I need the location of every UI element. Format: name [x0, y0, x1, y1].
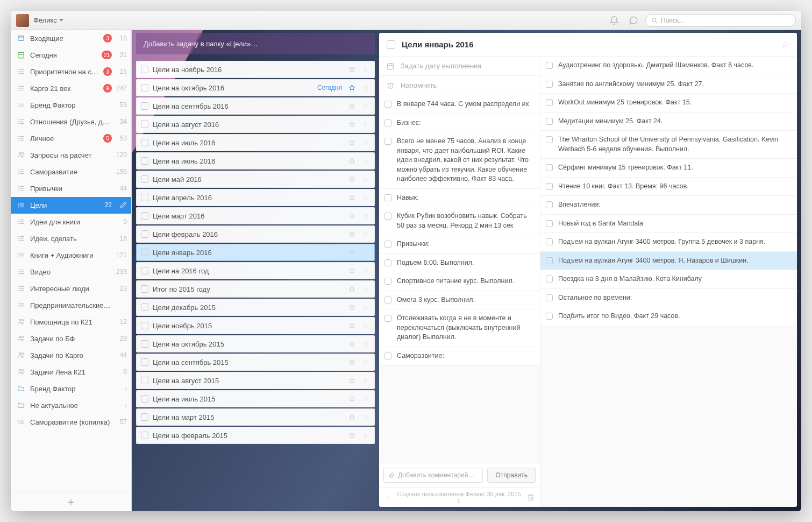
star-icon[interactable]: ☆: [361, 157, 370, 165]
task-checkbox[interactable]: [141, 358, 148, 366]
task-row[interactable]: Цели на октябрь 2015☆: [136, 335, 375, 352]
edit-icon[interactable]: [119, 201, 127, 209]
task-checkbox[interactable]: [141, 413, 148, 421]
expand-icon[interactable]: [384, 494, 391, 500]
star-icon[interactable]: ☆: [361, 304, 370, 312]
subtask-checkbox[interactable]: [546, 62, 553, 69]
subtask-row[interactable]: Подъем на вулкан Агунг 3400 метров. Груп…: [540, 233, 797, 252]
task-row[interactable]: Цели на март 2015☆: [136, 408, 375, 426]
star-icon[interactable]: ☆: [361, 139, 370, 147]
sidebar-item[interactable]: Не актуальное‹: [11, 397, 131, 414]
sidebar-item[interactable]: Задачи по Карго44: [11, 347, 131, 364]
chat-icon[interactable]: [628, 15, 639, 26]
task-checkbox[interactable]: [141, 322, 148, 329]
subtask-row[interactable]: В январе 744 часа. С умом распредели их: [379, 95, 540, 114]
pin-icon[interactable]: [348, 304, 357, 311]
task-checkbox[interactable]: [141, 194, 148, 201]
task-checkbox[interactable]: [141, 212, 148, 220]
pin-icon[interactable]: [348, 359, 357, 366]
pin-icon[interactable]: [348, 377, 357, 384]
task-row[interactable]: Цели март 2016☆: [136, 207, 375, 224]
star-icon[interactable]: ☆: [361, 432, 370, 440]
star-icon[interactable]: ☆: [781, 39, 789, 51]
task-row[interactable]: Цели на февраль 2015☆: [136, 427, 375, 444]
subtask-checkbox[interactable]: [546, 183, 553, 190]
sidebar-item[interactable]: Видео233: [11, 264, 131, 280]
subtask-row[interactable]: Занятие по английскому минимум 25. Факт …: [540, 75, 797, 94]
task-row[interactable]: Цели на сентябрь 2015☆: [136, 354, 375, 371]
subtask-row[interactable]: Отслеживать когда я не в моменте и перек…: [379, 309, 540, 347]
subtask-row[interactable]: Поездка на 3 дня в Малайзию, Кота Киниба…: [540, 270, 797, 289]
bell-icon[interactable]: [609, 15, 619, 26]
subtask-row[interactable]: Кубик Рубик возобновить навык. Собрать 5…: [379, 207, 540, 235]
sidebar-item[interactable]: Карго 21 век9247: [11, 80, 131, 97]
star-icon[interactable]: ☆: [361, 322, 370, 330]
task-checkbox[interactable]: [141, 304, 148, 311]
star-icon[interactable]: ☆: [361, 66, 370, 74]
sidebar-item[interactable]: Бренд Фактор53: [11, 97, 131, 114]
task-row[interactable]: Цели на сентябрь 2016☆: [136, 97, 375, 115]
task-row[interactable]: Цели февраль 2016☆: [136, 225, 375, 243]
star-icon[interactable]: ☆: [361, 267, 370, 275]
subtask-row[interactable]: Сёрфинг минимум 15 тренировок. Факт 11.: [540, 159, 797, 178]
sidebar-item[interactable]: Идеи для книги9: [11, 214, 131, 230]
pin-icon[interactable]: [348, 158, 357, 165]
task-checkbox[interactable]: [141, 157, 148, 165]
subtask-row[interactable]: WorkOut минимум 25 тренировок. Факт 15.: [540, 94, 797, 112]
task-row[interactable]: Цели декабрь 2015☆: [136, 299, 375, 316]
reminder-row[interactable]: Напомнить: [379, 76, 540, 95]
subtask-row[interactable]: Чтение 10 книг. Факт 13. Время: 96 часов…: [540, 178, 797, 196]
task-checkbox[interactable]: [141, 267, 148, 274]
task-checkbox[interactable]: [141, 395, 148, 403]
task-checkbox[interactable]: [141, 121, 148, 128]
add-task-input[interactable]: Добавить задачу в папку «Цели»…: [136, 33, 375, 54]
pin-icon[interactable]: [348, 194, 357, 201]
subtask-row[interactable]: Медитации минимум 25. Факт 24.: [540, 112, 797, 131]
sidebar-item[interactable]: Запросы на расчет120: [11, 147, 131, 164]
pin-icon[interactable]: [348, 432, 357, 439]
subtask-row[interactable]: Подбить итог по Видео. Факт 29 часов.: [540, 307, 797, 326]
due-date-row[interactable]: Задать дату выполнения: [379, 57, 540, 76]
subtask-checkbox[interactable]: [546, 313, 553, 320]
sidebar-item[interactable]: Личное553: [11, 130, 131, 147]
subtask-checkbox[interactable]: [384, 101, 391, 108]
trash-icon[interactable]: [527, 493, 535, 501]
subtask-row[interactable]: Подъем на вулкан Агунг 3400 метров. Я, Н…: [540, 252, 797, 271]
star-icon[interactable]: ☆: [361, 102, 370, 110]
subtask-checkbox[interactable]: [546, 99, 553, 106]
pin-icon[interactable]: [348, 176, 357, 183]
task-checkbox[interactable]: [141, 175, 148, 183]
sidebar-item[interactable]: Интересные люди23: [11, 280, 131, 297]
sidebar-item[interactable]: Входящие318: [11, 30, 131, 47]
star-icon[interactable]: ☆: [361, 340, 370, 348]
subtask-checkbox[interactable]: [546, 164, 553, 171]
task-row[interactable]: Цели ноябрь 2015☆: [136, 317, 375, 334]
pin-icon[interactable]: [348, 103, 357, 110]
subtask-row[interactable]: Новый год в Santa Mandala: [540, 215, 797, 234]
star-icon[interactable]: ☆: [361, 230, 370, 238]
star-icon[interactable]: ☆: [361, 413, 370, 421]
subtask-row[interactable]: Остальное по времени:: [540, 289, 797, 308]
sidebar-item[interactable]: Идеи, сделать16: [11, 230, 131, 247]
sidebar-item[interactable]: Задачи Лена К219: [11, 364, 131, 380]
task-checkbox[interactable]: [141, 139, 148, 146]
subtask-row[interactable]: Всего не менее 75 часов. Анализ в конце …: [379, 132, 540, 189]
task-row[interactable]: Цели май 2016☆: [136, 171, 375, 188]
send-button[interactable]: Отправить: [487, 468, 536, 483]
sidebar-item[interactable]: Бренд Фактор‹: [11, 380, 131, 397]
task-row[interactable]: Итог по 2015 году☆: [136, 280, 375, 298]
sidebar-item[interactable]: Книги + Аудиокниги121: [11, 247, 131, 264]
star-icon[interactable]: ☆: [361, 84, 370, 92]
task-row[interactable]: Цели на август 2015☆: [136, 372, 375, 389]
detail-title[interactable]: Цели январь 2016: [402, 40, 774, 49]
star-icon[interactable]: ☆: [361, 121, 370, 129]
task-row[interactable]: Цели январь 2016☆: [136, 244, 375, 261]
pin-icon[interactable]: [348, 267, 357, 274]
subtask-checkbox[interactable]: [546, 238, 553, 245]
pin-icon[interactable]: [348, 249, 357, 256]
subtask-checkbox[interactable]: [384, 138, 391, 145]
task-checkbox[interactable]: [141, 432, 148, 439]
add-list-button[interactable]: ＋: [11, 492, 131, 511]
sidebar-item[interactable]: Саморазвитие196: [11, 164, 131, 180]
sidebar-item[interactable]: Привычки44: [11, 180, 131, 197]
